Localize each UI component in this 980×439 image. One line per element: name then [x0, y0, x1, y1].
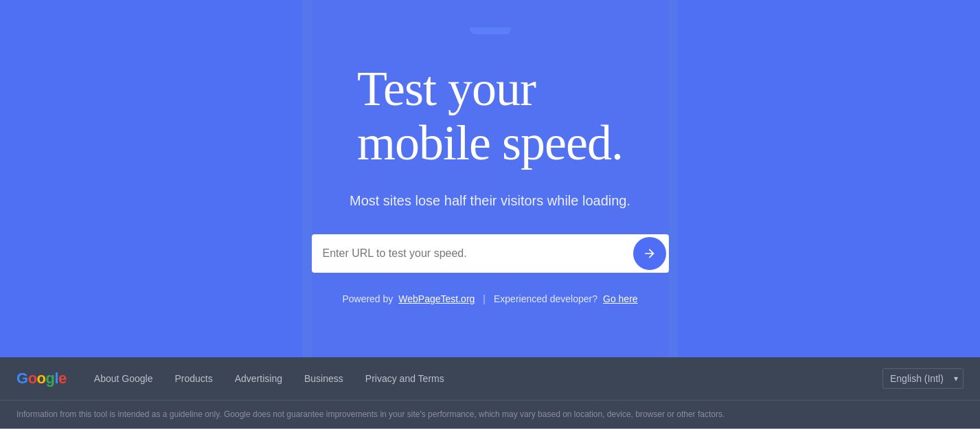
footer-link-advertising[interactable]: Advertising	[224, 373, 293, 384]
footer-link-business[interactable]: Business	[293, 373, 354, 384]
hero-title: Test your mobile speed.	[357, 62, 623, 170]
footer-nav: Google About Google Products Advertising…	[0, 357, 980, 401]
language-select-wrapper: English (Intl)	[882, 368, 964, 389]
bg-right	[678, 0, 980, 357]
bg-left	[0, 0, 302, 357]
webpagetest-link[interactable]: WebPageTest.org	[398, 293, 475, 304]
footer-link-products[interactable]: Products	[163, 373, 223, 384]
arrow-right-icon	[643, 247, 657, 260]
separator: |	[483, 293, 486, 304]
url-input[interactable]	[323, 238, 633, 269]
footer-link-about-google[interactable]: About Google	[83, 373, 164, 384]
footer-links: About Google Products Advertising Busine…	[83, 373, 882, 384]
footer-right: English (Intl)	[882, 368, 964, 389]
developer-text: Experienced developer?	[494, 293, 597, 304]
center-card: Test your mobile speed. Most sites lose …	[312, 0, 669, 357]
language-select[interactable]: English (Intl)	[882, 368, 964, 389]
hero-section: Test your mobile speed. Most sites lose …	[0, 0, 980, 357]
footer: Google About Google Products Advertising…	[0, 357, 980, 429]
url-input-wrapper	[312, 234, 669, 273]
powered-by-text: Powered by	[342, 293, 393, 304]
hero-subtitle: Most sites lose half their visitors whil…	[350, 191, 630, 210]
go-here-link[interactable]: Go here	[603, 293, 638, 304]
footer-disclaimer: Information from this tool is intended a…	[0, 401, 980, 429]
phone-notch-decoration	[470, 27, 511, 34]
submit-button[interactable]	[633, 237, 666, 270]
google-logo: Google	[16, 370, 67, 387]
page-wrapper: Test your mobile speed. Most sites lose …	[0, 0, 980, 429]
powered-by-section: Powered by WebPageTest.org | Experienced…	[342, 293, 637, 304]
footer-link-privacy-terms[interactable]: Privacy and Terms	[354, 373, 455, 384]
